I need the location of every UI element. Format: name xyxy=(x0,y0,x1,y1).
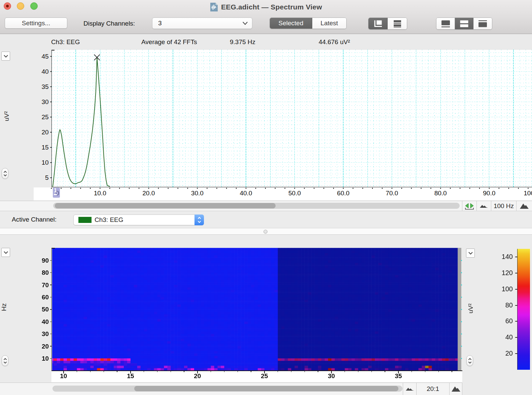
chevron-down-icon xyxy=(3,55,8,58)
mode-latest-button[interactable]: Latest xyxy=(312,18,346,29)
stacked-panels-icon xyxy=(393,20,401,28)
chevron-down-icon xyxy=(3,174,7,176)
colorbar-tick-label: 80 xyxy=(493,301,513,309)
spectrum-y-scale-stepper[interactable] xyxy=(2,168,8,179)
fft-channel-label: Ch3: EEG xyxy=(51,38,80,46)
spectrum-y-tick-label: 35 xyxy=(42,83,49,90)
time-compression-value[interactable]: 20:1 xyxy=(416,383,449,395)
spectrum-x-tick-label: 30.0 xyxy=(191,190,204,197)
spectrogram-y-tick-label: 90 xyxy=(42,257,49,264)
chevron-down-icon xyxy=(3,361,7,364)
active-channel-popup[interactable]: Ch3: EEG xyxy=(73,215,204,225)
spectrum-y-tick-label: 25 xyxy=(42,113,49,121)
spectrum-x-tick-label: 90.0 xyxy=(483,190,495,197)
spectrum-y-tick-label: 30 xyxy=(42,98,49,105)
top-pane-only-button[interactable] xyxy=(436,18,455,29)
fft-peak-frequency: 9.375 Hz xyxy=(230,38,255,46)
expand-horizontal-icon xyxy=(464,202,474,210)
fft-peak-power: 44.676 uV² xyxy=(319,38,350,46)
chevron-down-icon xyxy=(468,361,472,364)
block-marker[interactable]: 1 xyxy=(53,188,60,198)
mode-selected-button[interactable]: Selected xyxy=(270,18,312,29)
x-scale-value[interactable]: 100 Hz xyxy=(491,201,516,211)
spectrogram-hscroll-thumb[interactable] xyxy=(134,386,398,391)
titlebar: EEG.adicht — Spectrum View xyxy=(0,2,532,12)
spectrum-y-tick-label: 5 xyxy=(45,174,49,181)
active-channel-bar: Active Channel: Ch3: EEG xyxy=(0,211,532,228)
fit-horizontal-button[interactable] xyxy=(462,201,476,211)
spectrum-y-tick-label: 10 xyxy=(42,159,49,166)
display-channels-select[interactable]: 3 xyxy=(152,18,252,29)
spectrogram-options-button[interactable] xyxy=(1,248,10,257)
zoom-out-x-button[interactable] xyxy=(476,201,491,211)
big-mountain-icon xyxy=(520,203,529,209)
spectrum-x-tick-label: 60.0 xyxy=(337,190,350,197)
chevron-down-icon xyxy=(242,22,248,25)
fft-average-label: Average of 42 FFTs xyxy=(141,38,197,46)
plot-pane-icon xyxy=(374,20,383,28)
spectrum-x-tick-label: 100 xyxy=(524,190,532,197)
spectrogram-x-tick-label: 20 xyxy=(194,372,201,380)
block-marker-dash xyxy=(54,194,57,195)
spectrogram-x-tick-label: 35 xyxy=(395,372,402,380)
pane-bottom-icon xyxy=(478,20,487,28)
spectrogram-y-tick-label: 10 xyxy=(42,355,49,362)
spectrum-hscroll-track[interactable] xyxy=(53,203,460,209)
chevron-up-icon xyxy=(198,217,201,219)
display-channels-label: Display Channels: xyxy=(83,20,135,27)
spectrum-x-tick-label: 80.0 xyxy=(434,190,447,197)
settings-button[interactable]: Settings... xyxy=(5,18,67,29)
small-mountain-icon xyxy=(480,204,488,208)
spectrogram-y-axis-title: Hz xyxy=(0,299,8,316)
spectrogram-ticks xyxy=(50,260,452,373)
chevron-up-icon xyxy=(468,358,472,360)
colorbar-scale-stepper[interactable] xyxy=(466,355,473,366)
spectrogram-y-tick-label: 70 xyxy=(42,282,49,289)
panel-splitter[interactable] xyxy=(0,228,532,235)
stacked-list-view-button[interactable] xyxy=(388,18,407,29)
colorbar-tick xyxy=(515,257,517,257)
spectrogram-hscroll-track[interactable] xyxy=(52,386,402,392)
spectrum-y-tick-label: 20 xyxy=(42,129,49,136)
spectrogram-y-tick-label: 80 xyxy=(42,269,49,276)
channel-color-swatch xyxy=(78,217,92,223)
spectrogram-x-tick-label: 10 xyxy=(60,372,67,380)
active-channel-value: Ch3: EEG xyxy=(95,216,194,224)
spectrum-plot[interactable]: 010.020.030.040.050.060.070.080.090.0100… xyxy=(34,50,532,200)
spectrum-x-tick-label: 40.0 xyxy=(240,190,252,197)
split-pane-button[interactable] xyxy=(455,18,473,29)
chevron-up-icon xyxy=(3,171,7,173)
spectrum-x-tick-label: 70.0 xyxy=(386,190,398,197)
spectrogram-y-tick-label: 60 xyxy=(42,294,49,301)
spectrogram-axes: 101520253035102030405060708090 xyxy=(34,246,532,384)
block-marker-number: 1 xyxy=(54,188,57,193)
splitter-grip-dot xyxy=(263,230,268,234)
document-icon xyxy=(210,2,218,12)
spectrum-hscroll-row: 100 Hz xyxy=(0,201,532,211)
display-channels-value: 3 xyxy=(152,20,242,27)
fft-info-strip: Ch3: EEG Average of 42 FFTs 9.375 Hz 44.… xyxy=(0,34,532,50)
spectrum-y-tick-label: 40 xyxy=(42,68,49,75)
spectrum-options-button[interactable] xyxy=(1,52,10,61)
colorbar-tick xyxy=(515,337,517,338)
colorbar-options-button[interactable] xyxy=(466,249,475,258)
small-mountain-icon xyxy=(405,387,414,391)
zoom-in-x-button[interactable] xyxy=(516,201,532,211)
spectrum-view-window: { "window": { "title": "EEG.adicht \u201… xyxy=(0,0,532,395)
colorbar-axis-title: uV² xyxy=(467,299,474,318)
spectrogram-y-tick-label: 30 xyxy=(42,330,49,337)
chevron-down-icon xyxy=(198,221,201,223)
spectrogram-y-scale-stepper[interactable] xyxy=(2,355,8,366)
spectrum-x-tick-label: 20.0 xyxy=(142,190,155,197)
zoom-out-time-button[interactable] xyxy=(403,383,416,395)
colorbar-tick-label: 140 xyxy=(493,253,513,261)
colorbar-tick-label: 60 xyxy=(493,317,513,325)
spectrum-hscroll-thumb[interactable] xyxy=(55,203,276,208)
bottom-pane-only-button[interactable] xyxy=(473,18,492,29)
zoom-in-time-button[interactable] xyxy=(449,383,462,395)
colorbar-tick xyxy=(515,289,517,290)
mode-segmented-control: Selected Latest xyxy=(270,18,347,29)
spectrum-y-tick-label: 15 xyxy=(42,144,49,151)
spectrogram-y-tick-label: 20 xyxy=(42,343,49,350)
single-plot-view-button[interactable] xyxy=(368,18,388,29)
